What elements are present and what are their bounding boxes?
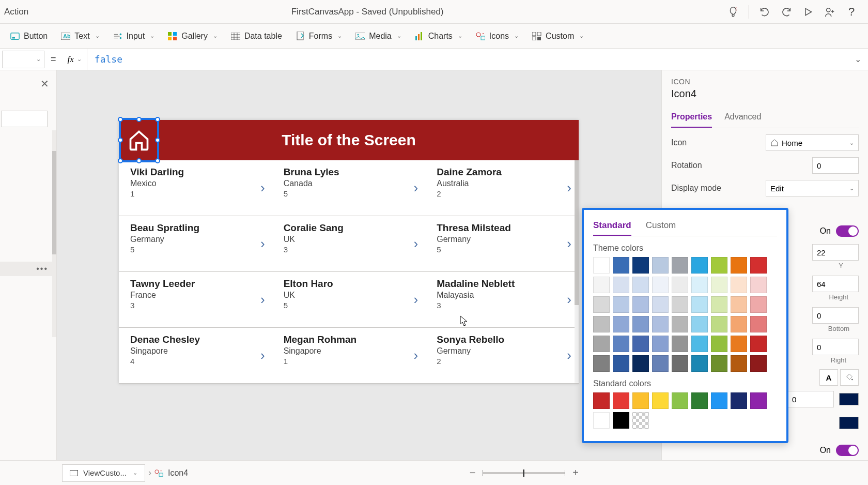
color-swatch[interactable] [672, 392, 688, 409]
color-swatch[interactable] [691, 392, 708, 409]
zoom-out-button[interactable]: − [470, 467, 476, 479]
chevron-right-icon[interactable]: › [414, 180, 419, 196]
color-swatch[interactable] [613, 412, 629, 429]
color-swatch[interactable] [613, 296, 629, 313]
help-icon[interactable]: ? [845, 6, 858, 18]
color-swatch[interactable] [731, 336, 747, 352]
color-swatch[interactable] [593, 316, 610, 332]
tab-advanced[interactable]: Advanced [724, 109, 761, 128]
color-swatch[interactable] [750, 355, 767, 372]
color-swatch[interactable] [593, 412, 610, 429]
ribbon-input[interactable]: Input⌄ [108, 29, 160, 43]
color-swatch[interactable] [750, 277, 767, 293]
color-swatch[interactable] [691, 277, 708, 293]
formula-input[interactable] [87, 49, 847, 70]
chevron-right-icon[interactable]: › [567, 292, 571, 308]
play-icon[interactable] [802, 6, 814, 18]
chevron-right-icon[interactable]: › [414, 292, 419, 308]
home-icon-selected[interactable] [119, 118, 159, 162]
color-swatch[interactable] [632, 277, 649, 293]
color-swatch[interactable] [613, 355, 629, 372]
color-swatch[interactable] [593, 355, 610, 372]
rotation-input[interactable]: 0 [812, 157, 859, 174]
zoom-in-button[interactable]: + [572, 467, 579, 479]
color-swatch[interactable] [652, 277, 669, 293]
formula-expand-icon[interactable]: ⌄ [847, 54, 868, 64]
gallery-item[interactable]: Megan Rohman Singapore 1 › [272, 328, 426, 384]
color-tab-custom[interactable]: Custom [646, 217, 676, 236]
color-swatch[interactable] [691, 336, 708, 352]
color-swatch[interactable] [691, 296, 708, 313]
color-swatch[interactable] [632, 336, 649, 352]
gallery-item[interactable]: Denae Chesley Singapore 4 › [119, 328, 272, 384]
color-swatch[interactable] [672, 355, 688, 372]
menu-action[interactable]: Action [0, 7, 28, 17]
color-swatch[interactable] [613, 316, 629, 332]
font-color-button[interactable]: A [819, 369, 838, 386]
gallery-item[interactable]: Beau Spratling Germany 5 › [119, 216, 272, 272]
color-swatch[interactable] [691, 257, 708, 274]
chevron-right-icon[interactable]: › [567, 180, 571, 196]
close-icon[interactable]: ✕ [40, 78, 49, 90]
gallery-item[interactable]: Thresa Milstead Germany 5 › [425, 216, 579, 272]
tree-search-input[interactable] [1, 111, 48, 127]
chevron-right-icon[interactable]: › [260, 347, 265, 363]
color-swatch[interactable] [613, 392, 629, 409]
color-swatch[interactable] [711, 257, 727, 274]
chevron-right-icon[interactable]: › [260, 180, 265, 196]
color-swatch[interactable] [652, 355, 669, 372]
color-swatch[interactable] [632, 316, 649, 332]
color-swatch[interactable] [711, 296, 727, 313]
canvas-scrollbar[interactable] [575, 160, 579, 383]
color-swatch[interactable] [750, 392, 767, 409]
chevron-right-icon[interactable]: › [567, 236, 571, 252]
ribbon-icons[interactable]: Icons⌄ [471, 29, 524, 43]
color-num-input[interactable]: 0 [787, 391, 834, 407]
color-swatch[interactable] [672, 296, 688, 313]
color-swatch[interactable] [731, 296, 747, 313]
ribbon-charts[interactable]: Charts⌄ [410, 29, 468, 43]
ribbon-datatable[interactable]: Data table [226, 29, 287, 43]
color-swatch[interactable] [593, 277, 610, 293]
zoom-slider[interactable] [483, 472, 565, 474]
color-swatch[interactable] [750, 316, 767, 332]
chevron-right-icon[interactable]: › [414, 347, 419, 363]
color-preview[interactable] [839, 393, 859, 405]
ribbon-media[interactable]: Media⌄ [350, 29, 407, 43]
color-swatch[interactable] [613, 336, 629, 352]
gallery-item[interactable]: Viki Darling Mexico 1 › [119, 160, 272, 216]
color-swatch[interactable] [731, 316, 747, 332]
gallery-item[interactable]: Coralie Sang UK 3 › [272, 216, 426, 272]
gallery-item[interactable]: Sonya Rebello Germany 2 › [425, 328, 579, 384]
color-swatch[interactable] [593, 257, 610, 274]
color-swatch[interactable] [691, 355, 708, 372]
color-swatch[interactable] [652, 316, 669, 332]
color-swatch[interactable] [632, 257, 649, 274]
color-swatch[interactable] [711, 277, 727, 293]
padding-left-input[interactable]: 0 [812, 339, 859, 355]
color-swatch[interactable] [711, 336, 727, 352]
gallery-item[interactable]: Bruna Lyles Canada 5 › [272, 160, 426, 216]
chevron-right-icon[interactable]: › [260, 236, 265, 252]
color-swatch[interactable] [613, 277, 629, 293]
color-preview-2[interactable] [839, 417, 859, 429]
color-swatch[interactable] [652, 392, 669, 409]
ribbon-custom[interactable]: Custom⌄ [527, 29, 589, 43]
color-swatch[interactable] [593, 392, 610, 409]
ribbon-forms[interactable]: Forms⌄ [290, 29, 347, 43]
color-swatch[interactable] [731, 277, 747, 293]
color-swatch[interactable] [593, 296, 610, 313]
color-swatch[interactable] [672, 336, 688, 352]
canvas-area[interactable]: Title of the Screen Viki Darling Mexico … [57, 70, 661, 460]
color-swatch[interactable] [632, 296, 649, 313]
color-swatch[interactable] [750, 257, 767, 274]
color-swatch[interactable] [632, 355, 649, 372]
color-swatch[interactable] [711, 392, 727, 409]
gallery-item[interactable]: Elton Haro UK 5 › [272, 272, 426, 328]
icon-select[interactable]: Home ⌄ [766, 134, 859, 151]
color-swatch[interactable] [652, 296, 669, 313]
toggle-2[interactable] [836, 445, 859, 456]
color-swatch[interactable] [731, 355, 747, 372]
gallery-item[interactable]: Tawny Leeder France 3 › [119, 272, 272, 328]
undo-icon[interactable] [758, 6, 771, 18]
